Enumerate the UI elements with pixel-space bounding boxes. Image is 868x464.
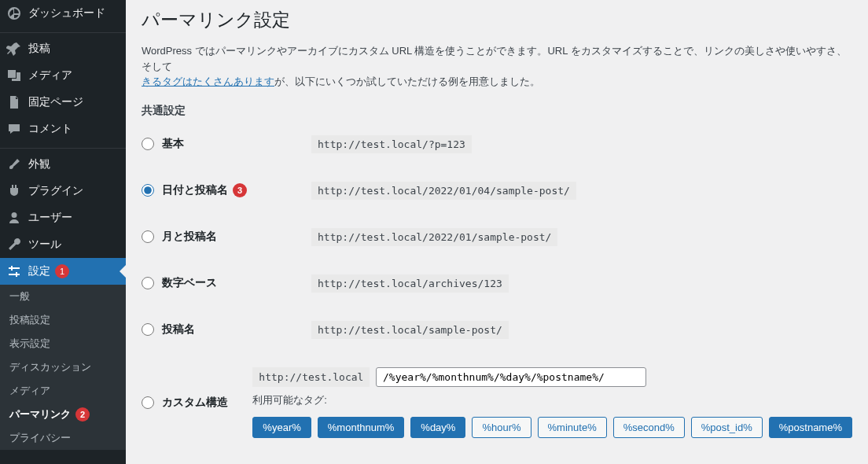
sidebar-sub-media[interactable]: メディア: [0, 379, 126, 403]
user-icon: [6, 210, 22, 226]
page-icon: [6, 94, 22, 110]
radio-date-name[interactable]: [142, 184, 154, 197]
example-numeric: http://test.local/archives/123: [311, 274, 509, 293]
sidebar-label: ツール: [28, 238, 61, 252]
sidebar-label: ユーザー: [28, 211, 72, 225]
sub-label: 投稿設定: [9, 313, 50, 327]
radio-plain[interactable]: [142, 138, 154, 150]
sidebar-item-plugins[interactable]: プラグイン: [0, 178, 126, 204]
custom-prefix: http://test.local: [252, 367, 370, 387]
sidebar-label: プラグイン: [28, 184, 83, 198]
option-text: 投稿名: [162, 322, 195, 337]
option-text: 日付と投稿名: [162, 183, 228, 197]
option-text: カスタム構造: [162, 396, 228, 410]
option-row-month-name: 月と投稿名 http://test.local/2022/01/sample-p…: [142, 228, 852, 246]
intro-part1: WordPress ではパーマリンクやアーカイブにカスタム URL 構造を使うこ…: [142, 45, 847, 72]
tag-button[interactable]: %day%: [410, 417, 465, 438]
option-text: 数字ベース: [162, 276, 217, 290]
media-icon: [6, 68, 22, 83]
sidebar-item-appearance[interactable]: 外観: [0, 151, 126, 178]
sub-label: 一般: [9, 289, 30, 304]
sidebar-label: ダッシュボード: [28, 6, 105, 20]
sidebar-sub-writing[interactable]: 投稿設定: [0, 308, 126, 332]
tag-button[interactable]: %minute%: [538, 417, 607, 438]
sub-label: メディア: [9, 384, 50, 398]
sliders-icon: [6, 263, 22, 279]
sidebar-item-media[interactable]: メディア: [0, 62, 126, 89]
sidebar-sub-discussion[interactable]: ディスカッション: [0, 355, 126, 379]
tag-buttons: %year%%monthnum%%day%%hour%%minute%%seco…: [252, 417, 852, 438]
admin-sidebar: ダッシュボード 投稿 メディア 固定ページ コメント 外観: [0, 0, 126, 464]
dashboard-icon: [6, 6, 22, 21]
sidebar-separator: [0, 145, 126, 149]
permalinks-badge: 2: [75, 407, 90, 422]
option-label-numeric[interactable]: 数字ベース: [142, 276, 311, 290]
example-postname: http://test.local/sample-post/: [311, 321, 509, 339]
intro-link[interactable]: きるタグはたくさんあります: [142, 75, 274, 87]
radio-postname[interactable]: [142, 323, 154, 336]
sidebar-label: 固定ページ: [28, 95, 83, 109]
section-heading: 共通設定: [142, 104, 852, 118]
example-date-name: http://test.local/2022/01/04/sample-post…: [311, 182, 576, 200]
option-row-plain: 基本 http://test.local/?p=123: [142, 135, 852, 153]
sidebar-sub-permalinks[interactable]: パーマリンク 2: [0, 403, 126, 426]
sidebar-item-dashboard[interactable]: ダッシュボード: [0, 0, 126, 27]
option-label-custom[interactable]: カスタム構造: [142, 396, 252, 410]
available-tags-label: 利用可能なタグ:: [252, 393, 852, 407]
sidebar-item-pages[interactable]: 固定ページ: [0, 89, 126, 116]
example-plain: http://test.local/?p=123: [311, 135, 472, 153]
custom-structure-input[interactable]: [376, 367, 646, 387]
sidebar-separator: [0, 29, 126, 33]
sidebar-label: コメント: [28, 122, 72, 136]
example-month-name: http://test.local/2022/01/sample-post/: [311, 228, 557, 246]
option-row-date-name: 日付と投稿名 3 http://test.local/2022/01/04/sa…: [142, 182, 852, 200]
option-label-date-name[interactable]: 日付と投稿名 3: [142, 183, 311, 197]
wrench-icon: [6, 237, 22, 252]
sub-label: パーマリンク: [9, 407, 71, 422]
custom-right: http://test.local 利用可能なタグ: %year%%monthn…: [252, 367, 852, 438]
sidebar-item-posts[interactable]: 投稿: [0, 35, 126, 62]
sidebar-item-tools[interactable]: ツール: [0, 231, 126, 258]
sidebar-label: 設定: [28, 264, 50, 278]
settings-badge: 1: [55, 264, 69, 278]
sidebar-sub-reading[interactable]: 表示設定: [0, 332, 126, 355]
sidebar-sub-general[interactable]: 一般: [0, 285, 126, 308]
radio-custom[interactable]: [142, 396, 154, 409]
option-row-custom: カスタム構造 http://test.local 利用可能なタグ: %year%…: [142, 367, 852, 438]
sidebar-item-users[interactable]: ユーザー: [0, 204, 126, 231]
radio-month-name[interactable]: [142, 230, 154, 243]
sidebar-label: メディア: [28, 68, 72, 83]
option-row-numeric: 数字ベース http://test.local/archives/123: [142, 274, 852, 293]
radio-numeric[interactable]: [142, 277, 154, 289]
page-title: パーマリンク設定: [142, 8, 852, 32]
sidebar-label: 投稿: [28, 42, 50, 56]
sub-label: ディスカッション: [9, 360, 91, 374]
sidebar-sub-privacy[interactable]: プライバシー: [0, 426, 126, 450]
option-label-month-name[interactable]: 月と投稿名: [142, 230, 311, 244]
comment-icon: [6, 121, 22, 137]
option-badge: 3: [233, 183, 247, 197]
option-label-postname[interactable]: 投稿名: [142, 322, 311, 337]
sub-label: プライバシー: [9, 431, 71, 445]
option-row-postname: 投稿名 http://test.local/sample-post/: [142, 321, 852, 339]
plugin-icon: [6, 183, 22, 199]
intro-part2: が、以下にいくつか試していただける例を用意しました。: [274, 75, 540, 87]
sub-label: 表示設定: [9, 337, 50, 351]
tag-button[interactable]: %second%: [613, 417, 685, 438]
tag-button[interactable]: %hour%: [472, 417, 531, 438]
sidebar-item-settings[interactable]: 設定 1: [0, 258, 126, 285]
option-text: 基本: [162, 137, 184, 151]
intro-text: WordPress ではパーマリンクやアーカイブにカスタム URL 構造を使うこ…: [142, 43, 852, 90]
brush-icon: [6, 157, 22, 172]
tag-button[interactable]: %monthnum%: [318, 417, 405, 438]
sidebar-item-comments[interactable]: コメント: [0, 116, 126, 142]
main-content: パーマリンク設定 WordPress ではパーマリンクやアーカイブにカスタム U…: [126, 0, 868, 464]
option-label-plain[interactable]: 基本: [142, 137, 311, 151]
tag-button[interactable]: %year%: [252, 417, 311, 438]
pin-icon: [6, 41, 22, 57]
sidebar-label: 外観: [28, 157, 50, 171]
option-text: 月と投稿名: [162, 230, 217, 244]
tag-button[interactable]: %post_id%: [691, 417, 763, 438]
tag-button[interactable]: %postname%: [769, 417, 852, 438]
